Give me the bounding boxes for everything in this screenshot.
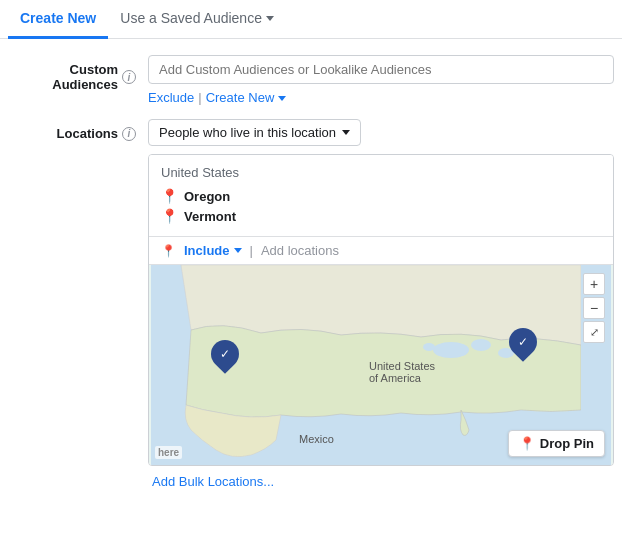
location-country: United States xyxy=(161,165,601,180)
form-area: Custom Audiences i Exclude | Create New … xyxy=(0,39,622,511)
include-button[interactable]: Include xyxy=(184,243,242,258)
pin-icon-oregon: 📍 xyxy=(161,188,178,204)
location-type-dropdown[interactable]: People who live in this location xyxy=(148,119,361,146)
location-list: United States 📍 Oregon 📍 Vermont xyxy=(149,155,613,236)
add-locations-placeholder[interactable]: Add locations xyxy=(261,243,339,258)
locations-content: People who live in this location United … xyxy=(148,119,614,489)
chevron-down-icon xyxy=(266,16,274,21)
locations-info-icon[interactable]: i xyxy=(122,127,136,141)
map-container: United States of America Mexico ✓ xyxy=(149,265,613,465)
location-box: United States 📍 Oregon 📍 Vermont 📍 Inclu… xyxy=(148,154,614,466)
custom-audiences-input[interactable] xyxy=(148,55,614,84)
include-pipe: | xyxy=(250,243,253,258)
tab-use-saved-audience[interactable]: Use a Saved Audience xyxy=(108,0,286,39)
include-chevron-icon xyxy=(234,248,242,253)
map-controls: + − ⤢ xyxy=(583,273,605,343)
exclude-link[interactable]: Exclude xyxy=(148,90,194,105)
create-new-chevron-icon xyxy=(278,96,286,101)
zoom-out-button[interactable]: − xyxy=(583,297,605,319)
zoom-in-button[interactable]: + xyxy=(583,273,605,295)
tab-create-new[interactable]: Create New xyxy=(8,0,108,39)
vermont-marker: ✓ xyxy=(509,328,537,356)
include-bar: 📍 Include | Add locations xyxy=(149,236,613,265)
list-item: 📍 Oregon xyxy=(161,186,601,206)
svg-point-1 xyxy=(433,342,469,358)
custom-audiences-content: Exclude | Create New xyxy=(148,55,614,105)
custom-audiences-row: Custom Audiences i Exclude | Create New xyxy=(8,55,614,105)
svg-point-4 xyxy=(423,343,435,351)
drop-pin-icon: 📍 xyxy=(519,436,535,451)
pipe-divider: | xyxy=(198,90,201,105)
custom-audiences-label: Custom Audiences i xyxy=(8,55,148,92)
include-pin-icon: 📍 xyxy=(161,244,176,258)
locations-label: Locations i xyxy=(8,119,148,141)
create-new-link[interactable]: Create New xyxy=(206,90,286,105)
location-dropdown-chevron-icon xyxy=(342,130,350,135)
list-item: 📍 Vermont xyxy=(161,206,601,226)
custom-audiences-info-icon[interactable]: i xyxy=(122,70,136,84)
svg-point-2 xyxy=(471,339,491,351)
sub-links: Exclude | Create New xyxy=(148,90,614,105)
pin-icon-vermont: 📍 xyxy=(161,208,178,224)
locations-row: Locations i People who live in this loca… xyxy=(8,119,614,489)
oregon-check-icon: ✓ xyxy=(220,347,230,361)
vermont-check-icon: ✓ xyxy=(518,335,528,349)
add-bulk-locations-link[interactable]: Add Bulk Locations... xyxy=(148,474,274,489)
here-watermark: here xyxy=(155,446,182,459)
fullscreen-button[interactable]: ⤢ xyxy=(583,321,605,343)
tab-bar: Create New Use a Saved Audience xyxy=(0,0,622,39)
drop-pin-button[interactable]: 📍 Drop Pin xyxy=(508,430,605,457)
oregon-marker: ✓ xyxy=(211,340,239,368)
